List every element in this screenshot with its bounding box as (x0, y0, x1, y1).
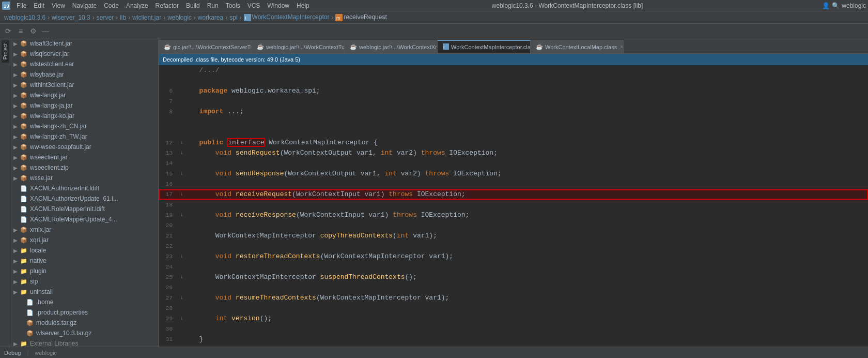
tree-item-wlstest[interactable]: ▶ 📦 wlstestclient.ear (11, 59, 158, 69)
breadcrumb: weblogic10.3.6 › wlserver_10.3 › server … (0, 11, 868, 24)
debug-label[interactable]: Debug (4, 350, 21, 356)
tree-item-modules-tar[interactable]: 📦 modules.tar.gz (11, 318, 158, 328)
tree-item-wlthint[interactable]: ▶ 📦 wlthint3client.jar (11, 80, 158, 90)
tree-item-wlsaft3[interactable]: ▶ 📦 wlsaft3client.jar (11, 38, 158, 49)
jar-icon: 📦 (20, 174, 28, 182)
tree-item-xacml-update[interactable]: 📄 XACMLAuthorizerUpdate_61.l... (11, 193, 158, 204)
editor-area: ☕ gic.jar!\...\WorkContextServerTube.cla… (159, 38, 868, 347)
menu-file[interactable]: File (13, 1, 29, 10)
tree-item-ext-libs[interactable]: ▶ 📁 External Libraries (11, 338, 158, 347)
breadcrumb-wlserver[interactable]: wlserver_10.3 (52, 14, 90, 21)
breadcrumb-spi[interactable]: spi (229, 14, 237, 21)
breadcrumb-server[interactable]: server (97, 14, 114, 21)
breadcrumb-weblogic2[interactable]: weblogic (167, 14, 192, 21)
tree-item-wseeclient[interactable]: ▶ 📦 wseeclient.jar (11, 152, 158, 162)
tree-item-wlw-langx[interactable]: ▶ 📦 wlw-langx.jar (11, 90, 158, 100)
tree-item-xmlx[interactable]: ▶ 📦 xmlx.jar (11, 225, 158, 235)
menu-window[interactable]: Window (264, 1, 292, 10)
tree-arrow: ▶ (13, 279, 20, 285)
line-content (187, 200, 868, 210)
line-number: 18 (159, 200, 177, 210)
menu-build[interactable]: Build (183, 1, 203, 10)
tab-localmap[interactable]: ☕ WorkContextLocalMap.class × (531, 40, 624, 53)
menu-view[interactable]: View (49, 1, 68, 10)
tab-icon: I (443, 43, 449, 51)
search-icon[interactable]: 🔍 (832, 2, 840, 9)
breadcrumb-method[interactable]: mreceiveRequest (335, 13, 386, 21)
toolbar-collapse-btn[interactable]: ≡ (16, 26, 26, 36)
menu-navigate[interactable]: Navigate (69, 1, 100, 10)
menu-tools[interactable]: Tools (223, 1, 243, 10)
tab-bar: ☕ gic.jar!\...\WorkContextServerTube.cla… (159, 38, 868, 54)
tree-arrow: ▶ (13, 341, 20, 347)
breadcrumb-interceptor[interactable]: IWorkContextMapInterceptor (244, 13, 330, 21)
jar-icon: 📦 (20, 81, 28, 89)
info-bar: Decompiled .class file, bytecode version… (159, 54, 868, 65)
tree-item-xacml-init[interactable]: 📄 XACMLAuthorizerInit.ldift (11, 183, 158, 193)
menu-refactor[interactable]: Refactor (152, 1, 182, 10)
tree-item-xacmlrole-update[interactable]: 📄 XACMLRoleMapperUpdate_4... (11, 214, 158, 225)
tree-item-product-props[interactable]: 📄 .product.properties (11, 307, 158, 318)
tree-label: wlsaft3client.jar (30, 40, 72, 47)
tree-item-wlw-langx-ko[interactable]: ▶ 📦 wlw-langx-ko.jar (11, 111, 158, 121)
tree-label: .product.properties (36, 309, 88, 316)
tree-label: native (30, 257, 47, 264)
code-line: 28 (159, 303, 868, 314)
tree-item-xqrl[interactable]: ▶ 📦 xqrl.jar (11, 235, 158, 245)
tree-item-wlsql[interactable]: ▶ 📦 wlsqlserver.jar (11, 49, 158, 59)
menu-code[interactable]: Code (101, 1, 122, 10)
tree-item-native[interactable]: ▶ 📁 native (11, 256, 158, 266)
folder-icon: 📁 (20, 288, 28, 296)
tree-item-wseeclientzip[interactable]: ▶ 📦 wseeclient.zip (11, 162, 158, 173)
bottom-bar: Debug | weblogic (0, 347, 868, 358)
toolbar-settings-btn[interactable]: ⚙ (28, 26, 38, 36)
tree-item-wlw-cn[interactable]: ▶ 📦 wlw-langx-zh_CN.jar (11, 121, 158, 131)
tree-label: XACMLAuthorizerInit.ldift (30, 185, 99, 192)
menu-run[interactable]: Run (204, 1, 222, 10)
tab-server-tube[interactable]: ☕ gic.jar!\...\WorkContextServerTube.cla… (159, 40, 252, 53)
tree-label: xmlx.jar (30, 226, 51, 233)
breadcrumb-workarea[interactable]: workarea (198, 14, 223, 21)
tree-arrow: ▶ (13, 51, 20, 57)
toolbar-options-btn[interactable]: — (40, 26, 51, 36)
breadcrumb-lib[interactable]: lib (120, 14, 126, 21)
tab-xml-adapter[interactable]: ☕ weblogic.jar!\...\WorkContextXmlInputA… (345, 40, 438, 53)
menu-edit[interactable]: Edit (30, 1, 48, 10)
breadcrumb-wlclient[interactable]: wlclient.jar (132, 14, 161, 21)
tab-close[interactable]: × (620, 44, 623, 50)
menu-analyze[interactable]: Analyze (123, 1, 151, 10)
code-view[interactable]: /.../ 6 package weblogic.workarea.spi; 7 (159, 65, 868, 347)
menu-help[interactable]: Help (293, 1, 313, 10)
tree-item-wlsybase[interactable]: ▶ 📦 wlsybase.jar (11, 69, 158, 80)
tree-item-plugin[interactable]: ▶ 📁 plugin (11, 266, 158, 276)
toolbar-sync-btn[interactable]: ⟳ (3, 26, 13, 36)
project-tab[interactable]: Project (2, 40, 9, 63)
breadcrumb-weblogic[interactable]: weblogic10.3.6 (4, 14, 45, 21)
tree-item-wsse[interactable]: ▶ 📦 wsse.jar (11, 173, 158, 183)
tab-tube[interactable]: ☕ weblogic.jar!\...\WorkContextTube.clas… (252, 40, 345, 53)
tree-label: External Libraries (30, 340, 78, 347)
tree-item-locale[interactable]: ▶ 📁 locale (11, 245, 158, 256)
line-number: 15 (159, 169, 177, 179)
tab-interceptor[interactable]: I WorkContextMapInterceptor.class × (438, 40, 531, 53)
tree-arrow: ▶ (13, 62, 20, 67)
line-content (187, 179, 868, 189)
jar-icon: 📦 (20, 143, 28, 151)
tree-item-xacmlrole-init[interactable]: 📄 XACMLRoleMapperInit.ldift (11, 204, 158, 214)
tree-item-wlw-tw[interactable]: ▶ 📦 wlw-langx-zh_TW.jar (11, 131, 158, 142)
line-gutter: ↓ (177, 251, 187, 262)
tree-item-wlserver-tar[interactable]: 📦 wlserver_10.3.tar.gz (11, 328, 158, 338)
jar-icon: 📦 (20, 39, 28, 48)
line-gutter: ↓ (177, 148, 187, 158)
tree-label: wlw-langx-ja.jar (30, 102, 73, 109)
tree-item-sip[interactable]: ▶ 📁 sip (11, 276, 158, 287)
menu-vcs[interactable]: VCS (244, 1, 264, 10)
tree-item-home[interactable]: 📄 .home (11, 297, 158, 307)
code-line: 24 (159, 262, 868, 272)
folder-icon: 📁 (20, 267, 28, 275)
tree-item-ww-wsee[interactable]: ▶ 📦 ww-wsee-soapfault.jar (11, 142, 158, 152)
line-content: void receiveRequest(WorkContextInput var… (187, 189, 868, 200)
tree-item-uninstall[interactable]: ▶ 📁 uninstall (11, 287, 158, 297)
line-content: void resumeThreadContexts(WorkContextMap… (187, 293, 868, 303)
tree-item-wlw-langx-ja[interactable]: ▶ 📦 wlw-langx-ja.jar (11, 100, 158, 111)
